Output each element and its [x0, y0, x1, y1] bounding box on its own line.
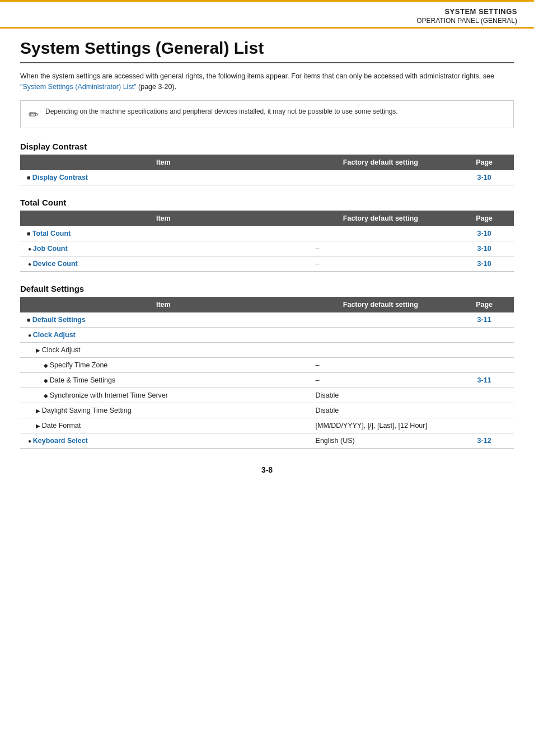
date-time-settings-page-link[interactable]: 3-11	[477, 376, 491, 384]
default-settings-table: Item Factory default setting Page Defaul…	[20, 297, 514, 449]
job-count-page-link[interactable]: 3-10	[477, 245, 491, 253]
display-contrast-table: Item Factory default setting Page Displa…	[20, 155, 514, 185]
col-factory-header-2: Factory default setting	[307, 211, 455, 226]
clock-adjust-link[interactable]: Clock Adjust	[33, 331, 76, 339]
table-row: Date & Time Settings – 3-11	[20, 372, 514, 388]
table-row: Specify Time Zone –	[20, 357, 514, 372]
header: SYSTEM SETTINGS OPERATION PANEL (GENERAL…	[0, 2, 534, 29]
main-content: System Settings (General) List When the …	[0, 29, 534, 508]
bullet-circle-icon	[28, 437, 33, 445]
table-row: Keyboard Select English (US) 3-12	[20, 433, 514, 448]
table-row: Clock Adjust	[20, 342, 514, 357]
admin-list-link[interactable]: "System Settings (Administrator) List"	[20, 83, 137, 91]
keyboard-select-link[interactable]: Keyboard Select	[33, 437, 88, 445]
bullet-diamond-icon	[44, 361, 50, 369]
header-operation-panel: OPERATION PANEL (GENERAL)	[416, 17, 517, 25]
col-item-header: Item	[20, 155, 307, 170]
table-row: Date Format [MM/DD/YYYY], [/], [Last], […	[20, 418, 514, 433]
bullet-triangle-icon	[36, 346, 42, 354]
bullet-square-icon	[27, 230, 32, 237]
bullet-triangle-icon	[36, 422, 42, 430]
col-page-header-2: Page	[455, 211, 514, 226]
col-page-header-3: Page	[455, 297, 514, 312]
table-row: Synchronize with Internet Time Server Di…	[20, 388, 514, 403]
device-count-link[interactable]: Device Count	[33, 260, 78, 268]
table-row: Clock Adjust	[20, 327, 514, 342]
bullet-diamond-icon	[44, 376, 50, 384]
total-count-table: Item Factory default setting Page Total …	[20, 211, 514, 272]
bullet-triangle-icon	[36, 407, 42, 414]
note-icon: ✏	[29, 108, 39, 122]
section-heading-total-count: Total Count	[20, 198, 514, 207]
col-item-header-3: Item	[20, 297, 307, 312]
keyboard-select-page-link[interactable]: 3-12	[477, 437, 491, 445]
page-title: System Settings (General) List	[20, 39, 514, 63]
table-row: Daylight Saving Time Setting Disable	[20, 403, 514, 418]
table-row: Job Count – 3-10	[20, 241, 514, 256]
table-row: Device Count – 3-10	[20, 256, 514, 271]
col-factory-header-3: Factory default setting	[307, 297, 455, 312]
device-count-page-link[interactable]: 3-10	[477, 260, 491, 268]
bullet-square-icon	[27, 316, 32, 324]
intro-text: When the system settings are accessed wi…	[20, 71, 514, 92]
section-heading-default-settings: Default Settings	[20, 284, 514, 293]
note-text: Depending on the machine specifications …	[45, 106, 398, 116]
bullet-circle-icon	[28, 331, 33, 339]
col-factory-header: Factory default setting	[307, 155, 455, 170]
default-settings-page-link[interactable]: 3-11	[477, 316, 491, 324]
table-row: Display Contrast 3-10	[20, 170, 514, 185]
bullet-circle-icon	[28, 260, 33, 268]
section-heading-display-contrast: Display Contrast	[20, 142, 514, 151]
total-count-link[interactable]: Total Count	[32, 230, 71, 237]
header-system-settings: SYSTEM SETTINGS	[444, 7, 517, 16]
total-count-page-link[interactable]: 3-10	[477, 230, 491, 237]
bullet-diamond-icon	[44, 391, 50, 399]
job-count-link[interactable]: Job Count	[33, 245, 68, 253]
note-box: ✏ Depending on the machine specification…	[20, 100, 514, 128]
page-number: 3-8	[20, 465, 514, 486]
display-contrast-page-link[interactable]: 3-10	[477, 174, 491, 181]
bullet-icon	[27, 174, 32, 181]
col-page-header: Page	[455, 155, 514, 170]
table-row: Total Count 3-10	[20, 226, 514, 241]
table-row: Default Settings 3-11	[20, 312, 514, 328]
display-contrast-link[interactable]: Display Contrast	[32, 174, 88, 181]
bullet-circle-icon	[28, 245, 33, 253]
default-settings-link[interactable]: Default Settings	[32, 316, 86, 324]
col-item-header-2: Item	[20, 211, 307, 226]
